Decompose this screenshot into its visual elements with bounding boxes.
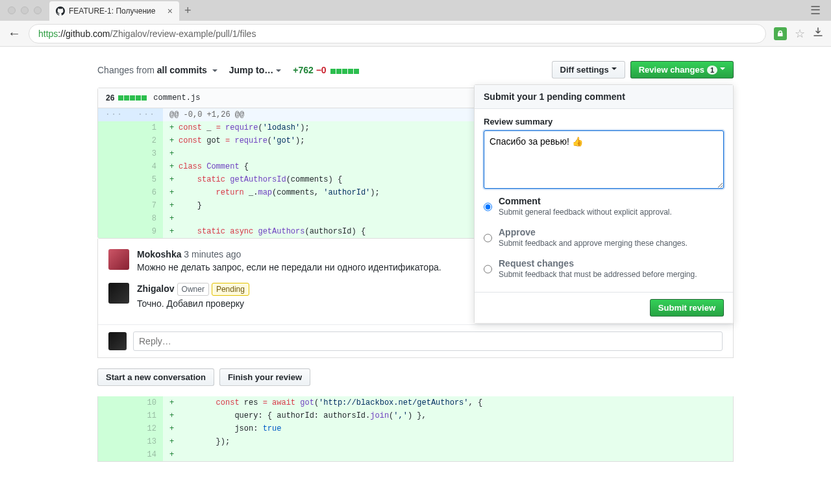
line-num-old [98,422,130,435]
review-dropdown-header: Submit your 1 pending comment [475,85,733,109]
code-line: 11+ query: { authorId: authorsId.join(',… [98,409,733,422]
line-num-new: 2 [130,134,163,147]
code-line: 14+ [98,448,733,461]
avatar [108,332,127,350]
review-option[interactable]: CommentSubmit general feedback without e… [484,191,724,222]
review-radio[interactable] [484,228,492,248]
review-option-label: Approve [499,227,688,237]
line-num-old [98,212,130,225]
changes-from-dropdown[interactable]: Changes from all commits [97,65,217,75]
line-num-old [98,134,130,147]
review-summary-label: Review summary [484,117,724,126]
line-num-old [98,186,130,199]
url-host: ://github.com [58,29,110,39]
line-num-old [98,409,130,422]
avatar[interactable] [108,249,129,270]
line-num-old [98,448,130,461]
review-option-desc: Submit feedback and approve merging thes… [499,239,688,248]
address-bar: ← https://github.com/Zhigalov/review-exa… [0,21,831,47]
url-input[interactable]: https://github.com/Zhigalov/review-examp… [29,24,766,43]
finish-review-button[interactable]: Finish your review [219,368,310,386]
line-num-new: 5 [130,173,163,186]
pr-toolbar: Changes from all commits Jump to… +762 −… [97,57,734,88]
lock-icon[interactable]: 🔒︎ [774,27,787,40]
address-bar-icons: 🔒︎ ☆ [774,27,823,41]
submit-review-button[interactable]: Submit review [650,299,724,317]
download-icon[interactable] [813,27,823,40]
browser-chrome: FEATURE-1: Получение × + ☰ ← https://git… [0,0,831,47]
code-cell[interactable]: + query: { authorId: authorsId.join(',')… [163,409,733,422]
file-diff-continuation: 10+ const res = await got('http://blackb… [97,396,734,462]
line-num-new: 10 [130,396,163,409]
diffstat-blocks [330,69,359,74]
review-radio[interactable] [484,197,492,217]
review-option-desc: Submit feedback that must be addressed b… [499,270,697,279]
avatar[interactable] [108,283,129,304]
review-option[interactable]: ApproveSubmit feedback and approve mergi… [484,222,724,253]
review-option-label: Request changes [499,258,697,269]
line-num-new: 14 [130,448,163,461]
line-num-old [98,147,130,160]
url-path: /Zhigalov/review-example/pull/1/files [110,29,256,39]
review-changes-button[interactable]: Review changes 1 [630,61,734,78]
tab-bar: FEATURE-1: Получение × + ☰ [0,0,831,21]
comment-author[interactable]: Zhigalov [137,283,175,294]
comment-time: 3 minutes ago [181,249,241,259]
review-option[interactable]: Request changesSubmit feedback that must… [484,253,724,284]
code-cell[interactable]: + const res = await got('http://blackbox… [163,396,733,409]
diff-table-cont: 10+ const res = await got('http://blackb… [98,396,733,461]
start-conversation-button[interactable]: Start a new conversation [97,368,214,386]
badge: Owner [177,283,209,296]
line-num-new: 4 [130,160,163,173]
code-cell[interactable]: + json: true [163,422,733,435]
line-num-new: 6 [130,186,163,199]
line-num-old [98,199,130,212]
star-icon[interactable]: ☆ [795,27,805,41]
jump-to-dropdown[interactable]: Jump to… [229,65,281,75]
line-num-new: 12 [130,422,163,435]
expand-down-icon[interactable]: ··· [138,110,156,119]
line-num-old [98,435,130,448]
code-line: 10+ const res = await got('http://blackb… [98,396,733,409]
file-lines-count: 26 [106,93,114,102]
reply-input[interactable] [133,331,723,351]
line-num-old [98,160,130,173]
nav-back-icon[interactable]: ← [8,26,21,41]
browser-tab[interactable]: FEATURE-1: Получение × [49,1,179,21]
diff-settings-button[interactable]: Diff settings [552,61,625,78]
line-num-new: 9 [130,225,163,238]
code-cell[interactable]: + [163,448,733,461]
review-radio[interactable] [484,259,492,279]
line-num-old [98,225,130,238]
reply-row [98,324,733,357]
line-num-new: 7 [130,199,163,212]
code-line: 13+ }); [98,435,733,448]
main-content: Changes from all commits Jump to… +762 −… [97,47,734,462]
line-num-new: 13 [130,435,163,448]
file-diffstat-icon [118,95,147,101]
github-favicon-icon [56,6,65,16]
close-window-icon[interactable] [8,6,16,14]
new-tab-button[interactable]: + [184,4,192,18]
code-line: 12+ json: true [98,422,733,435]
maximize-window-icon[interactable] [34,6,42,14]
tab-close-icon[interactable]: × [167,6,173,16]
expand-up-icon[interactable]: ··· [105,110,123,119]
code-cell[interactable]: + }); [163,435,733,448]
conversation-actions: Start a new conversation Finish your rev… [97,358,734,396]
line-num-old [98,396,130,409]
url-protocol: https [38,29,58,39]
diff-stats: +762 −0 [293,65,358,75]
file-name: comment.js [153,93,200,102]
review-option-desc: Submit general feedback without explicit… [499,208,672,217]
line-num-new: 8 [130,212,163,225]
review-summary-textarea[interactable] [484,130,724,189]
review-dropdown: Submit your 1 pending comment Review sum… [474,84,734,324]
minimize-window-icon[interactable] [21,6,29,14]
line-num-old [98,173,130,186]
browser-menu-icon[interactable]: ☰ [805,3,826,18]
window-controls [5,6,47,14]
comment-author[interactable]: Mokoshka [137,249,181,259]
line-num-new: 1 [130,121,163,134]
line-num-old [98,121,130,134]
